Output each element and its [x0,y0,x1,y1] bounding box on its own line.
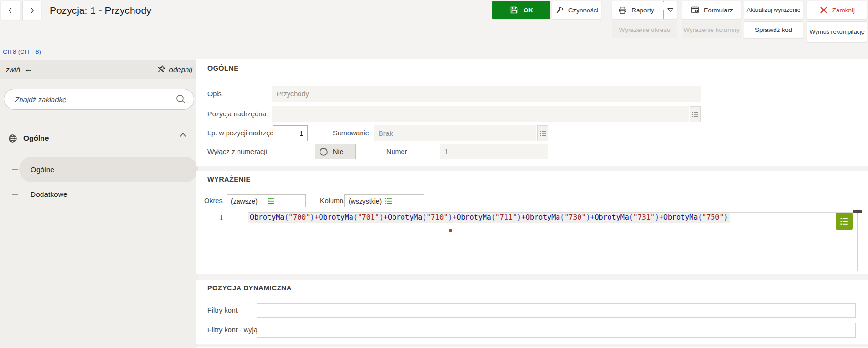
kolumna-value: (wszystkie) [349,197,384,205]
tree-item-ogolne[interactable]: Ogólne [19,157,198,182]
section-dynamic: POZYCJA DYNAMICZNA Filtry kont Filtry ko… [196,280,868,344]
raporty-dropdown-button[interactable] [663,1,677,19]
ok-label: OK [523,7,533,14]
aktualizuj-wyrazenie-button[interactable]: Aktualizuj wyrażenie [744,1,803,19]
green-list-icon [267,197,302,205]
chevron-left-icon [6,6,15,15]
sidebar-header: zwiń ← odepnij [0,60,198,79]
unpin-button[interactable]: odepnij [169,65,192,73]
filtry-kont-input[interactable] [257,303,856,318]
section-general: OGÓLNE Opis Pozycja nadrzędna Lp. w pozy… [196,59,868,166]
sumowanie-label: Sumowanie [333,125,369,141]
window-gear-icon [690,5,700,15]
editor-scrollbar-thumb[interactable] [853,210,862,213]
collapse-button[interactable]: zwiń [6,65,20,73]
search-icon [176,94,186,104]
numer-label: Numer [386,144,407,159]
tree-item-dodatkowe[interactable]: Dodatkowe [19,186,198,203]
chevron-right-icon [27,6,37,15]
zamknij-button[interactable]: Zamknij [807,1,867,19]
close-x-icon [819,6,828,14]
save-icon [509,5,519,15]
okres-label: Okres [204,194,223,207]
editor-line-number: 1 [214,214,223,222]
green-list-icon [384,197,420,205]
numer-input[interactable] [440,144,548,159]
tree-root-label: Ogólne [23,134,49,143]
lp-label: Lp. w pozycji nadrzędnej [207,125,283,141]
formularz-label: Formularz [704,7,733,14]
okres-dropdown[interactable]: (zawsze) [227,194,306,207]
sprawdz-kod-label: Sprawdź kod [755,26,792,33]
filtry-kont-wyjatki-label: Filtry kont - wyjątki [207,323,264,338]
filtry-kont-label: Filtry kont [207,303,238,318]
sprawdz-kod-button[interactable]: Sprawdź kod [744,21,803,38]
opis-input[interactable] [272,86,701,102]
breadcrumb-link[interactable]: CIT8 (CIT - 8) [3,48,41,55]
wyrazenie-kolumny-button[interactable]: Wyrażenie kolumny [682,21,741,38]
section-expression: WYRAŻENIE Okres (zawsze) Kolumna (wszyst… [196,171,868,274]
editor-scrollbar-track [857,213,858,271]
unpin-icon [156,64,166,74]
expression-picker-button[interactable] [836,213,853,230]
sumowanie-picker-button[interactable] [537,125,548,141]
collapse-arrow-icon: ← [24,64,33,74]
app-window: Pozycja: 1 - Przychody OK Czynności Rapo… [0,0,868,348]
tab-search-input[interactable] [15,95,176,103]
sumowanie-input[interactable] [374,125,536,141]
wyrazenie-kolumny-label: Wyrażenie kolumny [683,26,740,33]
nav-back-button[interactable] [1,1,20,20]
error-dot [449,229,452,232]
nav-forward-button[interactable] [22,1,41,20]
tree-connector-vertical [12,147,12,194]
aktualizuj-wyrazenie-label: Aktualizuj wyrażenie [746,7,800,13]
wrench-icon [555,6,564,15]
lp-input[interactable] [273,125,308,141]
wymus-rekompilacje-button[interactable]: Wymuś rekompilację [807,21,867,42]
czynnosci-label: Czynności [568,7,598,14]
formularz-button[interactable]: Formularz [682,1,741,19]
tree-collapse-chevron[interactable] [178,131,187,138]
printer-icon [618,6,627,15]
tree-item-label: Dodatkowe [31,190,68,199]
kolumna-dropdown[interactable]: (wszystkie) [344,194,424,207]
raporty-button[interactable]: Raporty [612,1,659,19]
tree-item-label: Ogólne [31,165,54,174]
raporty-label: Raporty [631,7,654,14]
list-icon [539,130,547,137]
czynnosci-button[interactable]: Czynności [552,1,601,19]
code-line[interactable]: ObrotyMa("700")+ObrotyMa("701")+ObrotyMa… [250,213,728,223]
wymus-rekompilacje-label: Wymuś rekompilację [809,29,864,35]
opis-label: Opis [207,86,222,102]
ok-button[interactable]: OK [492,1,550,19]
filtry-kont-wyjatki-input[interactable] [257,323,856,338]
white-list-icon [839,216,849,226]
pozycja-nadrzedna-label: Pozycja nadrzędna [207,106,266,122]
wyrazenie-okresu-button[interactable]: Wyrażenie okresu [612,21,677,38]
tree-connector-1 [12,169,18,170]
section-dynamic-title: POZYCJA DYNAMICZNA [207,284,292,292]
chevron-up-icon [178,131,187,138]
list-icon [692,111,699,118]
page-title: Pozycja: 1 - Przychody [50,5,152,16]
sidebar: zwiń ← odepnij Ogólne Ogólne Dod [0,60,198,348]
wylacz-toggle[interactable]: Nie [315,144,356,159]
radio-circle-icon [319,147,328,156]
section-general-title: OGÓLNE [207,64,238,72]
zamknij-label: Zamknij [832,7,855,14]
tree-connector-2 [12,194,18,195]
wyrazenie-okresu-label: Wyrażenie okresu [619,26,671,33]
pozycja-nadrzedna-picker-button[interactable] [690,106,701,122]
raporty-button-group: Raporty [612,1,677,19]
tree-root-ogolne[interactable]: Ogólne [0,130,198,147]
wylacz-value: Nie [333,148,343,155]
dropdown-triangle-icon [666,6,674,14]
kolumna-label: Kolumna [320,194,347,207]
tab-search-box [4,89,194,110]
pozycja-nadrzedna-input[interactable] [272,106,689,122]
okres-value: (zawsze) [231,197,267,205]
wylacz-label: Wyłącz z numeracji [207,144,267,159]
section-expression-title: WYRAŻENIE [207,175,251,183]
globe-icon [8,133,18,143]
